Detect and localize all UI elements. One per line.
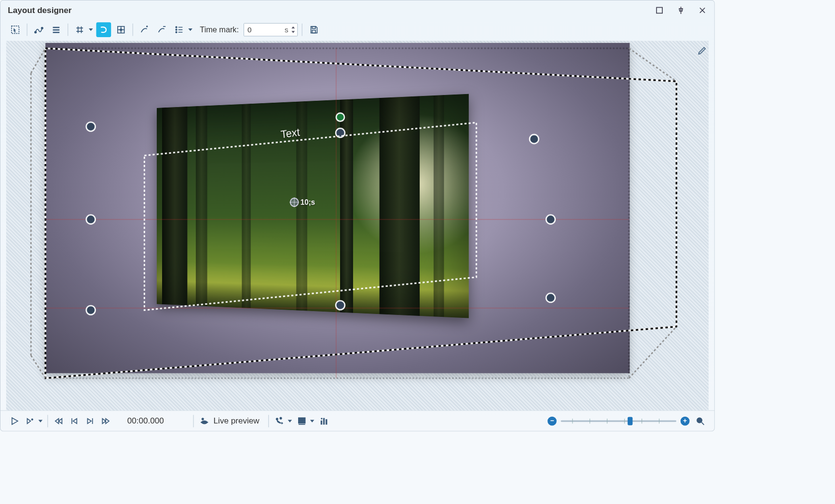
- align-button[interactable]: [49, 22, 64, 37]
- skip-end-button[interactable]: [99, 414, 112, 427]
- play-step-dropdown[interactable]: [38, 413, 43, 428]
- selection-tool-button[interactable]: [8, 22, 23, 37]
- center-button[interactable]: [113, 22, 128, 37]
- svg-rect-52: [323, 418, 325, 424]
- svg-rect-6: [53, 32, 60, 33]
- svg-point-3: [41, 27, 43, 28]
- pencil-icon[interactable]: [697, 46, 709, 57]
- svg-marker-39: [87, 419, 91, 423]
- pin-button[interactable]: [676, 6, 685, 15]
- zoom-slider-thumb[interactable]: [628, 417, 632, 425]
- svg-point-34: [31, 419, 33, 420]
- svg-line-19: [629, 327, 676, 378]
- timecode-display: 00:00.000: [127, 416, 177, 426]
- maximize-button[interactable]: [655, 6, 664, 15]
- center-marker[interactable]: 10;s: [290, 198, 315, 207]
- close-button[interactable]: [698, 6, 707, 15]
- motion-nodes-button[interactable]: [273, 414, 286, 427]
- svg-point-45: [276, 418, 278, 420]
- svg-rect-5: [53, 29, 60, 31]
- play-in-frame-button[interactable]: [295, 414, 308, 427]
- svg-point-54: [321, 418, 323, 419]
- zoom-out-button[interactable]: −: [548, 416, 557, 425]
- overlay-text-label[interactable]: Text: [280, 125, 301, 141]
- svg-line-21: [31, 355, 45, 378]
- live-preview-eye-icon[interactable]: [198, 414, 211, 427]
- svg-marker-33: [27, 419, 30, 423]
- svg-point-46: [280, 417, 282, 419]
- svg-point-8: [120, 29, 122, 30]
- svg-line-18: [629, 48, 676, 81]
- svg-point-11: [176, 31, 177, 33]
- svg-point-43: [202, 418, 204, 420]
- svg-point-9: [176, 27, 177, 28]
- next-frame-button[interactable]: [83, 414, 96, 427]
- time-mark-spin-down[interactable]: [291, 30, 296, 34]
- target-icon: [290, 198, 299, 207]
- svg-point-2: [35, 31, 36, 33]
- list-dropdown[interactable]: [188, 22, 193, 37]
- svg-line-20: [31, 48, 45, 73]
- top-toolbar: Time mark: s: [0, 20, 714, 39]
- svg-marker-32: [12, 418, 18, 424]
- svg-point-44: [204, 422, 205, 423]
- grid-dropdown[interactable]: [88, 22, 94, 37]
- svg-rect-13: [312, 30, 315, 33]
- time-mark-label: Time mark:: [200, 25, 239, 34]
- svg-line-56: [701, 422, 704, 424]
- save-button[interactable]: [306, 22, 321, 37]
- svg-marker-47: [282, 422, 283, 424]
- window-title: Layout designer: [8, 6, 71, 15]
- keyframe-remove-button[interactable]: [154, 22, 169, 37]
- svg-point-55: [697, 418, 702, 422]
- play-button[interactable]: [8, 414, 21, 427]
- time-mark-spin-up[interactable]: [291, 26, 296, 30]
- svg-rect-0: [657, 7, 662, 13]
- play-in-frame-dropdown[interactable]: [309, 413, 315, 428]
- transformed-image[interactable]: Text 10;s: [157, 94, 469, 318]
- canvas-area[interactable]: Text 10;s: [6, 41, 709, 410]
- time-mark-field[interactable]: s: [244, 23, 298, 36]
- titlebar: Layout designer: [0, 0, 714, 20]
- center-marker-label: 10;s: [301, 198, 315, 206]
- bottom-toolbar: 00:00.000 Live preview −: [0, 410, 714, 431]
- zoom-fit-button[interactable]: [694, 414, 707, 427]
- motion-nodes-dropdown[interactable]: [287, 413, 293, 428]
- keyframe-add-button[interactable]: [137, 22, 152, 37]
- svg-rect-53: [326, 419, 328, 424]
- svg-rect-4: [53, 27, 60, 28]
- svg-marker-38: [73, 419, 77, 423]
- grid-button[interactable]: [72, 22, 87, 37]
- layout-designer-window: Layout designer: [0, 0, 715, 432]
- svg-rect-12: [312, 27, 315, 28]
- svg-marker-41: [102, 419, 106, 423]
- curve-tool-button[interactable]: [31, 22, 46, 37]
- live-preview-label: Live preview: [214, 416, 260, 426]
- prev-frame-button[interactable]: [68, 414, 81, 427]
- zoom-slider[interactable]: [561, 420, 676, 422]
- play-step-button[interactable]: [24, 414, 37, 427]
- time-mark-input[interactable]: [247, 26, 285, 34]
- zoom-in-button[interactable]: +: [681, 416, 690, 425]
- skip-start-button[interactable]: [52, 414, 65, 427]
- time-mark-unit: s: [285, 26, 288, 34]
- equalizer-button[interactable]: [317, 414, 330, 427]
- motion-path-button[interactable]: [96, 22, 111, 37]
- list-button[interactable]: [172, 22, 187, 37]
- svg-rect-51: [321, 421, 322, 424]
- svg-point-10: [176, 29, 177, 30]
- svg-marker-36: [59, 419, 62, 423]
